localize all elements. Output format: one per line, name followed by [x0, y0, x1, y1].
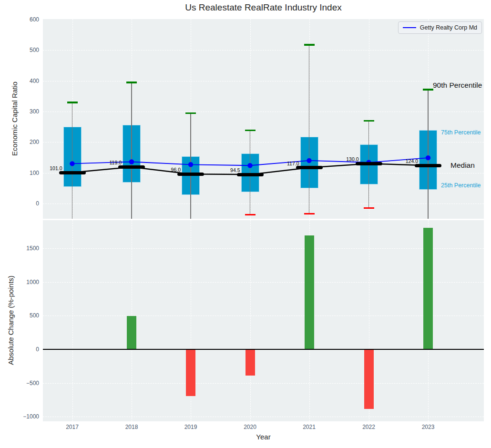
- x-tick-label: 2022: [355, 424, 383, 430]
- top-y-tick-label: 300: [16, 108, 39, 115]
- median-value-label: 94.5: [230, 167, 240, 173]
- x-tick-label: 2020: [236, 424, 265, 430]
- bar-2018: [127, 316, 136, 349]
- getty-marker: [307, 158, 311, 163]
- bottom-gridline: [43, 417, 484, 417]
- bottom-y-tick-label: −500: [16, 380, 39, 387]
- zero-axis-line: [43, 349, 484, 350]
- bottom-gridline: [43, 383, 484, 384]
- top-y-tick-label: 600: [16, 16, 39, 23]
- x-tick-label: 2019: [176, 424, 205, 430]
- median-value-label: 101.0: [50, 165, 62, 171]
- legend-line-swatch: [403, 27, 416, 28]
- median-capsule-2018: [118, 165, 145, 169]
- bottom-gridline: [43, 282, 484, 283]
- annotation-75th-percentile: 75th Percentile: [441, 129, 481, 136]
- bottom-y-axis-label: Absolute Change (%-points): [7, 275, 15, 365]
- x-tick-label: 2017: [58, 424, 87, 430]
- legend-label: Getty Realty Corp Md: [420, 24, 477, 31]
- median-capsule-2023: [415, 164, 441, 167]
- median-value-label: 117.0: [287, 161, 299, 166]
- x-tick-label: 2018: [117, 424, 146, 430]
- top-y-tick-label: 0: [16, 200, 39, 207]
- bottom-y-tick-label: −1000: [16, 413, 39, 420]
- bar-2022: [364, 349, 374, 409]
- median-capsule-2021: [296, 166, 323, 169]
- bottom-gridline-vertical: [250, 220, 251, 421]
- box-plot-panel: Getty Realty Corp Md 90th Percentile 75t…: [43, 19, 484, 219]
- bottom-gridline: [43, 248, 484, 249]
- median-capsule-2020: [237, 173, 264, 176]
- bar-chart-panel: [43, 220, 484, 421]
- getty-marker: [426, 155, 430, 160]
- getty-marker: [129, 159, 134, 164]
- lines-layer: [43, 19, 484, 219]
- top-y-tick-label: 400: [16, 78, 39, 84]
- top-y-tick-label: 100: [16, 170, 39, 176]
- bottom-y-tick-label: 500: [16, 312, 39, 319]
- chart-title: Us Realestate RealRate Industry Index: [43, 2, 484, 13]
- bottom-y-tick-label: 0: [16, 346, 39, 353]
- median-value-label: 124.0: [406, 158, 418, 164]
- getty-marker: [188, 162, 193, 167]
- x-tick-label: 2021: [295, 424, 324, 430]
- annotation-90th-percentile: 90th Percentile: [433, 81, 482, 90]
- legend: Getty Realty Corp Md: [398, 21, 482, 34]
- bar-2019: [186, 349, 195, 396]
- bottom-gridline: [43, 316, 484, 316]
- annotation-median: Median: [450, 161, 475, 170]
- x-axis-label: Year: [43, 433, 484, 441]
- x-tick-label: 2023: [414, 424, 442, 430]
- bottom-y-tick-label: 1500: [16, 245, 39, 252]
- getty-marker: [70, 161, 74, 166]
- bottom-gridline-vertical: [72, 220, 73, 421]
- top-y-tick-label: 500: [16, 47, 39, 53]
- bar-2020: [246, 349, 255, 376]
- annotation-25th-percentile: 25th Percentile: [441, 182, 481, 189]
- figure: Us Realestate RealRate Industry Index Ec…: [0, 0, 491, 448]
- median-value-label: 130.0: [346, 156, 358, 162]
- bar-2021: [305, 235, 314, 349]
- getty-marker: [247, 163, 252, 168]
- median-value-label: 119.0: [110, 160, 122, 165]
- bar-2023: [423, 228, 433, 349]
- bottom-y-tick-label: 1000: [16, 279, 39, 285]
- median-capsule-2022: [356, 162, 382, 165]
- median-capsule-2017: [59, 171, 86, 174]
- median-capsule-2019: [177, 173, 204, 176]
- median-value-label: 96.0: [171, 167, 181, 173]
- top-y-tick-label: 200: [16, 139, 39, 145]
